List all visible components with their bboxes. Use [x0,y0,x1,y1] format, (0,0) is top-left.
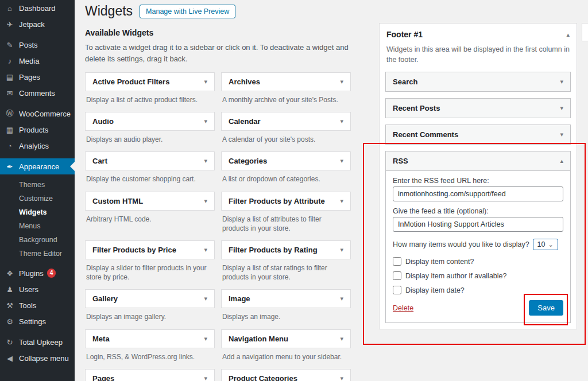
chevron-down-icon[interactable]: ▾ [560,131,563,138]
widget-pages[interactable]: Pages ▾ [85,369,215,381]
rss-items-count-row: How many items would you like to display… [393,239,563,250]
sidebar-item-label: WooCommerce [19,110,71,118]
sidebar-item-total-upkeep[interactable]: ↻ Total Upkeep [0,334,75,350]
chevron-down-icon[interactable]: ▾ [204,118,207,125]
widget-calendar[interactable]: Calendar ▾ [221,112,351,131]
widget-cell: Categories ▾ A list or dropdown of categ… [221,151,351,191]
display-item-author-checkbox[interactable] [393,271,401,280]
widget-cell: Navigation Menu ▾ Add a navigation menu … [221,329,351,369]
widget-custom-html[interactable]: Custom HTML ▾ [85,192,215,211]
widget-filter-products-by-attribute[interactable]: Filter Products by Attribute ▾ [221,192,351,211]
sidebar-item-collapse-menu[interactable]: ◀ Collapse menu [0,350,75,366]
chevron-down-icon: ⌄ [548,241,554,248]
page-title: Widgets [85,3,133,19]
settings-icon: ⚙ [5,317,15,326]
chevron-down-icon[interactable]: ▾ [340,157,343,165]
sidebar-item-products[interactable]: ▦ Products [0,122,75,138]
widget-active-product-filters[interactable]: Active Product Filters ▾ [85,72,215,91]
widget-product-categories[interactable]: Product Categories ▾ [221,369,351,381]
footer-widget-search[interactable]: Search ▾ [385,72,571,92]
chevron-down-icon[interactable]: ▾ [340,78,343,85]
chevron-up-icon[interactable]: ▴ [566,31,570,38]
widget-meta[interactable]: Meta ▾ [85,329,215,348]
rss-url-input[interactable] [393,186,563,201]
rss-feed-title-input[interactable] [393,217,563,232]
widget-filter-products-by-rating[interactable]: Filter Products by Rating ▾ [221,240,351,259]
widget-cell: Active Product Filters ▾ Display a list … [85,72,215,112]
sidebar-item-appearance[interactable]: ✒ Appearance [0,158,75,174]
chevron-down-icon[interactable]: ▾ [560,104,563,112]
save-button[interactable]: Save [529,300,563,316]
page-header: Widgets Manage with Live Preview [85,0,351,19]
chevron-down-icon[interactable]: ▾ [204,375,207,381]
collapse-menu-icon: ◀ [5,354,15,363]
footer-widget-recent-comments[interactable]: Recent Comments ▾ [385,125,571,145]
widget-cell: Calendar ▾ A calendar of your site's pos… [221,112,351,151]
submenu-item-theme-editor[interactable]: Theme Editor [0,247,75,261]
available-widgets-grid: Active Product Filters ▾ Display a list … [85,72,351,381]
admin-content-area: Widgets Manage with Live Preview Availab… [75,0,588,381]
pages-icon: ▤ [5,73,15,81]
display-item-date-checkbox[interactable] [393,286,401,294]
chevron-down-icon[interactable]: ▾ [340,246,343,254]
sidebar-item-analytics[interactable]: ◔ Analytics [0,138,75,154]
chevron-down-icon[interactable]: ▾ [204,246,207,254]
chevron-down-icon[interactable]: ▾ [340,118,343,125]
available-widgets-column: Widgets Manage with Live Preview Availab… [85,0,351,381]
chevron-down-icon[interactable]: ▾ [204,157,207,165]
submenu-item-customize[interactable]: Customize [0,192,75,205]
widget-categories[interactable]: Categories ▾ [221,151,351,170]
sidebar-item-comments[interactable]: ✉ Comments [0,85,75,101]
footer-1-panel-header[interactable]: Footer #1 ▴ [380,24,577,44]
widget-filter-products-by-price[interactable]: Filter Products by Price ▾ [85,240,215,259]
widget-cart[interactable]: Cart ▾ [85,151,215,170]
chevron-down-icon[interactable]: ▾ [204,78,207,85]
widget-description: Display a list of star ratings to filter… [221,259,351,289]
widget-image[interactable]: Image ▾ [221,289,351,308]
sidebar-item-jetpack[interactable]: ✈ Jetpack [0,16,75,32]
footer-widget-recent-posts[interactable]: Recent Posts ▾ [385,98,571,118]
widget-title: Pages [92,374,114,381]
sidebar-item-settings[interactable]: ⚙ Settings [0,313,75,329]
rss-widget: RSS ▴ Enter the RSS feed URL here: Give … [385,151,571,323]
footer-1-title: Footer #1 [386,30,423,39]
widget-navigation-menu[interactable]: Navigation Menu ▾ [221,329,351,348]
widget-audio[interactable]: Audio ▾ [85,112,215,131]
sidebar-item-plugins[interactable]: ❖ Plugins 4 [0,265,75,281]
chevron-down-icon[interactable]: ▾ [560,78,563,85]
submenu-item-widgets[interactable]: Widgets [0,205,75,219]
rss-items-count-select[interactable]: 10 ⌄ [533,239,558,250]
chevron-up-icon[interactable]: ▴ [560,157,563,165]
widget-archives[interactable]: Archives ▾ [221,72,351,91]
manage-live-preview-button[interactable]: Manage with Live Preview [140,5,235,18]
rss-widget-header[interactable]: RSS ▴ [386,151,570,171]
display-item-content-checkbox[interactable] [393,257,401,266]
submenu-item-menus[interactable]: Menus [0,219,75,233]
sidebar-item-posts[interactable]: ✎ Posts [0,37,75,53]
sidebar-item-pages[interactable]: ▤ Pages [0,69,75,85]
sidebar-item-tools[interactable]: ⚒ Tools [0,297,75,313]
sidebar-item-dashboard[interactable]: ⌂ Dashboard [0,0,75,16]
sidebar-item-label: Comments [19,89,55,98]
sidebar-item-users[interactable]: ♟ Users [0,281,75,297]
chevron-down-icon[interactable]: ▾ [340,335,343,343]
widget-description: Displays an audio player. [85,131,215,151]
submenu-item-themes[interactable]: Themes [0,178,75,192]
chevron-down-icon[interactable]: ▾ [204,197,207,205]
sidebar-item-label: Plugins [19,269,44,278]
chevron-down-icon[interactable]: ▾ [204,295,207,302]
chevron-down-icon[interactable]: ▾ [340,375,343,381]
widget-title: Categories [229,157,267,165]
sidebar-item-woocommerce[interactable]: Ⓦ WooCommerce [0,106,75,122]
footer-1-description: Widgets in this area will be displayed i… [380,44,577,72]
widget-cell: Filter Products by Attribute ▾ Display a… [221,192,351,240]
chevron-down-icon[interactable]: ▾ [340,295,343,302]
sidebar-item-media[interactable]: ♪ Media [0,53,75,69]
delete-link[interactable]: Delete [393,304,413,312]
submenu-item-background[interactable]: Background [0,233,75,247]
rss-widget-form: Enter the RSS feed URL here: Give the fe… [386,171,570,322]
chevron-down-icon[interactable]: ▾ [340,197,343,205]
chevron-down-icon[interactable]: ▾ [204,335,207,343]
widget-gallery[interactable]: Gallery ▾ [85,289,215,308]
widget-description: A calendar of your site's posts. [221,131,351,151]
